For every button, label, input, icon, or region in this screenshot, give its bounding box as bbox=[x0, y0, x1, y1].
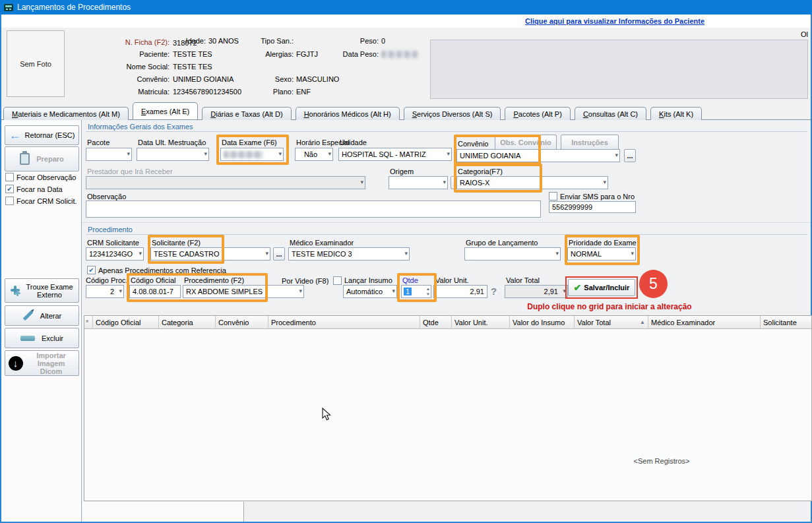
medico-examinador-combo[interactable]: TESTE MEDICO 3 ▾ bbox=[288, 247, 410, 261]
col-procedimento[interactable]: Procedimento bbox=[268, 316, 420, 328]
lancar-insumo-combo[interactable]: Automático ▾ bbox=[343, 285, 397, 298]
pacote-label: Pacote bbox=[87, 138, 109, 146]
origem-combo[interactable]: ▾ bbox=[389, 176, 448, 189]
col-categoria[interactable]: Categoria bbox=[159, 316, 216, 328]
codigo-oficial-input[interactable]: 4.08.08.01-7 bbox=[129, 285, 181, 298]
col-medico-examinador[interactable]: Médico Examinador bbox=[648, 316, 761, 328]
chevron-down-icon: ▾ bbox=[265, 250, 268, 257]
convenio-combo[interactable]: UNIMED GOIANIA ▾ bbox=[456, 149, 620, 162]
checkbox-box bbox=[549, 192, 557, 200]
origem-label: Origem bbox=[390, 168, 414, 175]
tab-servicos[interactable]: Serviços Diversos (Alt S) bbox=[404, 107, 501, 121]
valor-total-label: Valor Total bbox=[506, 276, 540, 284]
checkbox-box bbox=[5, 173, 14, 181]
focar-observacao-checkbox[interactable]: Focar Observação bbox=[5, 173, 76, 181]
chevron-down-icon: ▾ bbox=[404, 250, 408, 257]
patient-info-link[interactable]: Clique aqui para visualizar Informações … bbox=[525, 17, 704, 25]
data-ult-combo[interactable]: ▾ bbox=[137, 148, 209, 161]
convenio-ellipsis-button[interactable]: ... bbox=[624, 149, 636, 162]
observacao-input[interactable] bbox=[86, 200, 541, 218]
categoria-combo[interactable]: RAIOS-X ▾ bbox=[456, 176, 608, 189]
focar-na-data-checkbox[interactable]: ✔ Focar na Data bbox=[5, 185, 63, 193]
tab-strip: Materiais e Medicamentos (Alt M) Exames … bbox=[1, 102, 811, 120]
checkbox-box bbox=[333, 276, 342, 285]
col-valor-total[interactable]: Valor Total ▲ bbox=[575, 316, 648, 328]
tab-pacotes[interactable]: Pacotes (Alt P) bbox=[505, 107, 570, 121]
alergias-value: FGJTJ bbox=[296, 50, 318, 58]
qtde-spinner[interactable]: 1 ▲ ▼ bbox=[401, 285, 431, 298]
solicitante-combo[interactable]: TESTE CADASTRO ▾ bbox=[150, 247, 270, 261]
procedures-grid[interactable]: * Código Oficial Categoria Convênio Proc… bbox=[84, 315, 812, 501]
sidebar: ← Retornar (ESC) Preparo Focar Observaçã… bbox=[1, 120, 82, 522]
plano-label: Plano: bbox=[228, 88, 294, 96]
cutoff-text: Ol bbox=[801, 30, 808, 38]
sexo-value: MASCULINO bbox=[296, 75, 339, 83]
tab-diarias[interactable]: Diárias e Taxas (Alt D) bbox=[202, 107, 291, 121]
paciente-value: TESTE TES bbox=[173, 50, 212, 58]
patient-header: Sem Foto N. Ficha (F2): 318072 Paciente:… bbox=[1, 28, 811, 100]
data-peso-redacted-value bbox=[381, 51, 418, 58]
tab-kits[interactable]: Kits (Alt K) bbox=[650, 107, 702, 121]
convenio-field-label: Convênio bbox=[458, 140, 488, 148]
codigo-proc-label: Código Proc. bbox=[86, 276, 128, 284]
prestador-combo[interactable]: ▾ bbox=[86, 176, 365, 189]
retornar-button[interactable]: ← Retornar (ESC) bbox=[5, 125, 79, 145]
focar-crm-checkbox[interactable]: Focar CRM Solicit. bbox=[5, 197, 77, 205]
grupo-lancamento-combo[interactable]: ▾ bbox=[464, 247, 561, 261]
col-codigo-oficial[interactable]: Código Oficial bbox=[93, 316, 159, 328]
link-row: Clique aqui para visualizar Informações … bbox=[1, 15, 811, 28]
chevron-down-icon: ▾ bbox=[204, 150, 207, 157]
alterar-button[interactable]: Alterar bbox=[5, 305, 79, 326]
col-convenio[interactable]: Convênio bbox=[216, 316, 268, 328]
valor-unit-label: Valor Unit. bbox=[435, 276, 469, 284]
col-qtde[interactable]: Qtde bbox=[420, 316, 452, 328]
salvar-incluir-button[interactable]: ✔ Salvar/Incluir bbox=[568, 279, 635, 296]
green-check-icon: ✔ bbox=[574, 282, 582, 293]
instrucoes-button[interactable]: Instruções bbox=[561, 135, 619, 150]
tab-materiais[interactable]: Materiais e Medicamentos (Alt M) bbox=[3, 107, 129, 121]
tab-exames[interactable]: Exames (Alt E) bbox=[133, 102, 198, 119]
por-video-checkbox[interactable] bbox=[333, 276, 342, 285]
crm-solicitante-combo[interactable]: 12341234GO ▾ bbox=[86, 247, 144, 261]
codigo-proc-combo[interactable]: 2 ▾ bbox=[86, 285, 124, 298]
idade-label: Idade: bbox=[146, 37, 206, 45]
unidade-label: Unidade bbox=[340, 138, 367, 146]
group-divider bbox=[82, 222, 811, 223]
help-icon[interactable]: ? bbox=[491, 286, 497, 297]
trouxe-exame-externo-button[interactable]: Trouxe Exame Externo bbox=[5, 278, 79, 303]
col-solicitante[interactable]: Solicitante bbox=[761, 316, 811, 328]
nome-social-value: TESTE TES bbox=[173, 63, 212, 71]
obs-convenio-button[interactable]: Obs. Convênio bbox=[495, 135, 557, 150]
procedimento-combo[interactable]: RX ABDOME SIMPLES ▾ bbox=[183, 285, 304, 298]
tab-honorarios[interactable]: Honorários Médicos (Alt H) bbox=[296, 107, 400, 121]
chevron-down-icon: ▾ bbox=[392, 288, 395, 294]
spinner-arrows-icon: ▲ ▼ bbox=[426, 286, 430, 297]
sms-number-input[interactable]: 5562999999 bbox=[549, 201, 636, 213]
apenas-referencia-checkbox[interactable]: ✔ Apenas Procedimentos com Referencia bbox=[87, 266, 226, 274]
prioridade-combo[interactable]: NORMAL ▾ bbox=[567, 247, 636, 261]
observacao-label: Observação bbox=[87, 193, 126, 200]
preparo-button[interactable]: Preparo bbox=[5, 146, 79, 171]
data-exame-combo[interactable]: ▾ bbox=[220, 148, 284, 161]
col-valor-insumo[interactable]: Valor do Insumo bbox=[510, 316, 575, 328]
pacote-combo[interactable]: ▾ bbox=[86, 148, 132, 161]
horario-especial-combo[interactable]: Não ▾ bbox=[295, 148, 333, 161]
valor-unit-input[interactable]: 2,91 bbox=[433, 285, 487, 298]
mouse-cursor bbox=[322, 408, 331, 421]
data-peso-label: Data Peso: bbox=[326, 50, 379, 58]
tab-consultas[interactable]: Consultas (Alt C) bbox=[575, 107, 646, 121]
enviar-sms-checkbox[interactable]: Enviar SMS para o Nro bbox=[549, 192, 635, 200]
chevron-down-icon: ▾ bbox=[299, 288, 302, 294]
step-badge: 5 bbox=[639, 270, 668, 298]
col-valor-unit[interactable]: Valor Unit. bbox=[452, 316, 510, 328]
prestador-label: Prestador que Irá Receber bbox=[87, 168, 173, 175]
checkbox-box bbox=[5, 197, 14, 205]
solicitante-ellipsis-button[interactable]: ... bbox=[273, 247, 285, 261]
convenio-label: Convênio: bbox=[67, 75, 170, 83]
unidade-combo[interactable]: HOSPITAL SQL - MATRIZ ▾ bbox=[338, 148, 452, 161]
excluir-button[interactable]: Excluir bbox=[5, 328, 79, 348]
importar-dicom-button[interactable]: ↓ Importar Imagem Dicom bbox=[5, 350, 79, 376]
exames-tab-page: Informações Gerais dos Exames Pacote ▾ D… bbox=[82, 120, 811, 522]
chevron-down-icon: ▾ bbox=[139, 250, 142, 257]
delete-bar-icon bbox=[20, 336, 35, 341]
